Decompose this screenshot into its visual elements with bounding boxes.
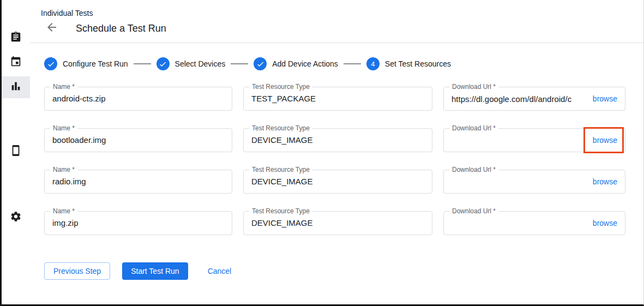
download-url-field[interactable]: Download Url * browse — [443, 128, 625, 152]
name-value: radio.img — [45, 170, 232, 193]
name-field[interactable]: Name * bootloader.img — [44, 128, 232, 152]
main-content: Individual Tests Schedule a Test Run Con… — [30, 0, 643, 304]
sidebar-item-tests[interactable] — [2, 27, 30, 49]
resource-type-value: DEVICE_IMAGE — [244, 129, 432, 152]
field-label: Name * — [50, 83, 77, 91]
name-field[interactable]: Name * img.zip — [44, 211, 232, 235]
step-set-test-resources[interactable]: 4 Set Test Resources — [366, 57, 451, 70]
step-label: Add Device Actions — [272, 59, 338, 68]
browse-link[interactable]: browse — [588, 94, 625, 103]
sidebar-item-calendar[interactable] — [2, 52, 30, 74]
calendar-icon — [10, 56, 22, 70]
sidebar — [2, 0, 30, 304]
field-label: Name * — [50, 166, 77, 173]
page-title: Schedule a Test Run — [76, 23, 166, 34]
name-field[interactable]: Name * android-cts.zip — [44, 87, 232, 111]
field-label: Download Url * — [449, 166, 498, 173]
stepper-connector — [344, 63, 361, 64]
sidebar-item-test-runs[interactable] — [2, 76, 30, 98]
resource-type-field[interactable]: Test Resource Type DEVICE_IMAGE — [243, 170, 432, 194]
field-label: Name * — [50, 207, 77, 215]
stepper: Configure Test Run Select Devices Add De… — [44, 57, 643, 70]
step-configure-test-run[interactable]: Configure Test Run — [44, 57, 128, 70]
cancel-button[interactable]: Cancel — [199, 262, 240, 280]
stepper-connector — [134, 63, 151, 64]
browse-link[interactable]: browse — [588, 219, 625, 227]
step-label: Set Test Resources — [385, 59, 451, 68]
app-window: Individual Tests Schedule a Test Run Con… — [0, 0, 644, 306]
sidebar-item-devices[interactable] — [2, 141, 30, 163]
download-url-field[interactable]: Download Url * browse — [443, 170, 625, 194]
download-url-field[interactable]: Download Url * https://dl.google.com/dl/… — [443, 87, 625, 111]
step-complete-check-icon — [44, 57, 57, 70]
download-url-field[interactable]: Download Url * browse — [443, 211, 625, 235]
tests-clipboard-icon — [10, 31, 22, 45]
step-complete-check-icon — [157, 57, 170, 70]
field-label: Test Resource Type — [249, 166, 312, 173]
settings-gear-icon — [10, 211, 22, 225]
back-button[interactable] — [45, 22, 58, 35]
start-test-run-button[interactable]: Start Test Run — [122, 262, 188, 280]
sidebar-item-settings[interactable] — [2, 207, 30, 229]
name-value: img.zip — [45, 212, 232, 235]
step-complete-check-icon — [254, 57, 267, 70]
resource-type-field[interactable]: Test Resource Type DEVICE_IMAGE — [243, 211, 432, 235]
resource-type-value: DEVICE_IMAGE — [244, 170, 432, 193]
test-resources-form: Name * android-cts.zip Test Resource Typ… — [44, 87, 643, 235]
step-label: Select Devices — [175, 59, 226, 68]
step-label: Configure Test Run — [63, 59, 128, 68]
name-value: bootloader.img — [45, 129, 232, 152]
resource-type-value: DEVICE_IMAGE — [244, 212, 432, 235]
browse-link[interactable]: browse — [588, 177, 625, 186]
step-select-devices[interactable]: Select Devices — [157, 57, 226, 70]
bar-chart-icon — [10, 80, 22, 94]
page-header: Individual Tests Schedule a Test Run — [30, 0, 643, 43]
field-label: Test Resource Type — [249, 83, 312, 91]
stepper-connector — [231, 63, 248, 64]
name-field[interactable]: Name * radio.img — [44, 170, 232, 194]
arrow-back-icon — [45, 21, 58, 36]
field-label: Download Url * — [449, 207, 498, 215]
field-label: Download Url * — [449, 124, 498, 132]
field-label: Test Resource Type — [249, 207, 312, 215]
field-label: Test Resource Type — [249, 124, 312, 132]
field-label: Download Url * — [449, 83, 498, 91]
previous-step-button[interactable]: Previous Step — [44, 262, 110, 280]
phone-icon — [10, 145, 22, 159]
browse-link[interactable]: browse — [588, 136, 625, 145]
step-number-badge: 4 — [366, 57, 380, 70]
resource-type-field[interactable]: Test Resource Type DEVICE_IMAGE — [243, 128, 432, 152]
name-value: android-cts.zip — [45, 87, 232, 110]
action-bar: Previous Step Start Test Run Cancel — [44, 262, 643, 280]
field-label: Name * — [50, 124, 77, 132]
step-add-device-actions[interactable]: Add Device Actions — [254, 57, 338, 70]
download-url-value: https://dl.google.com/dl/android/c — [444, 94, 588, 104]
resource-type-field[interactable]: Test Resource Type TEST_PACKAGE — [243, 87, 432, 111]
resource-type-value: TEST_PACKAGE — [244, 87, 432, 110]
breadcrumb: Individual Tests — [41, 9, 643, 17]
